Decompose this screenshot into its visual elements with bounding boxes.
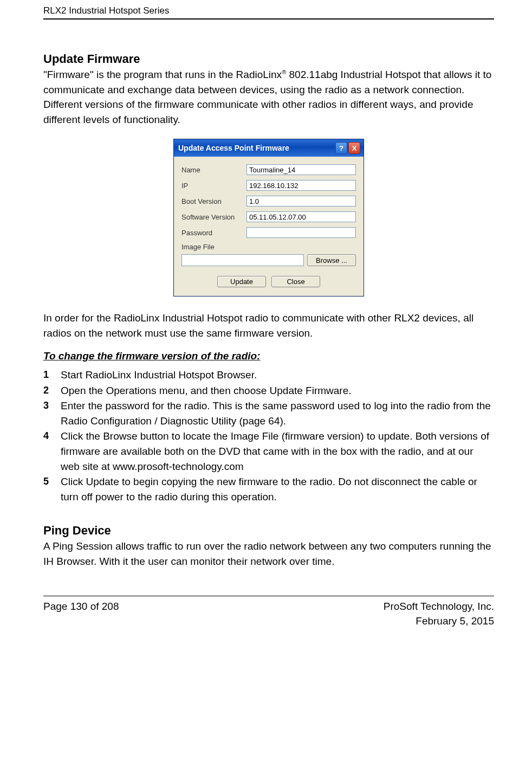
change-firmware-subheading: To change the firmware version of the ra…: [43, 350, 494, 362]
label-software: Software Version: [181, 213, 246, 221]
step-text: Click the Browse button to locate the Im…: [61, 429, 494, 474]
para1-a: "Firmware" is the program that runs in t…: [43, 69, 282, 80]
footer-right: ProSoft Technology, Inc. February 5, 201…: [384, 600, 494, 628]
input-boot[interactable]: [246, 196, 356, 207]
dialog-body: Name IP Boot Version Software Version Pa…: [174, 157, 364, 296]
input-software[interactable]: [246, 211, 356, 222]
close-dialog-button[interactable]: Close: [271, 276, 320, 287]
row-name: Name: [181, 164, 356, 175]
intro-paragraph: "Firmware" is the program that runs in t…: [43, 67, 494, 127]
footer-date: February 5, 2015: [384, 614, 494, 629]
dialog-screenshot: Update Access Point Firmware ? X Name IP…: [43, 139, 494, 297]
step-text: Start RadioLinx Industrial Hotspot Brows…: [61, 368, 494, 383]
step-text: Enter the password for the radio. This i…: [61, 398, 494, 428]
dialog-title: Update Access Point Firmware: [178, 144, 334, 152]
list-item: 5Click Update to begin copying the new f…: [43, 474, 494, 504]
page-footer: Page 130 of 208 ProSoft Technology, Inc.…: [43, 600, 494, 628]
row-ip: IP: [181, 180, 356, 191]
update-firmware-dialog: Update Access Point Firmware ? X Name IP…: [173, 139, 364, 297]
row-imagefile: Browse ...: [181, 254, 356, 266]
ping-paragraph: A Ping Session allows traffic to run ove…: [43, 539, 494, 569]
row-software: Software Version: [181, 211, 356, 222]
row-boot: Boot Version: [181, 196, 356, 207]
help-button[interactable]: ?: [335, 142, 347, 154]
list-item: 2Open the Operations menu, and then choo…: [43, 383, 494, 398]
dialog-button-row: Update Close: [181, 276, 356, 287]
step-number: 2: [43, 383, 61, 398]
section-title-update-firmware: Update Firmware: [43, 52, 494, 66]
label-name: Name: [181, 166, 246, 174]
step-number: 5: [43, 474, 61, 504]
close-button[interactable]: X: [348, 142, 360, 154]
footer-company: ProSoft Technology, Inc.: [384, 600, 494, 614]
label-ip: IP: [181, 182, 246, 190]
step-text: Open the Operations menu, and then choos…: [61, 383, 494, 398]
input-imagefile[interactable]: [181, 254, 304, 266]
section-title-ping-device: Ping Device: [43, 524, 494, 538]
step-number: 1: [43, 368, 61, 383]
update-button[interactable]: Update: [217, 276, 266, 287]
document-page: RLX2 Industrial Hotspot Series Update Fi…: [0, 0, 532, 639]
input-password[interactable]: [246, 227, 356, 238]
label-boot: Boot Version: [181, 197, 246, 205]
list-item: 1Start RadioLinx Industrial Hotspot Brow…: [43, 368, 494, 383]
header-rule: [43, 18, 494, 20]
step-number: 4: [43, 429, 61, 474]
footer-page-number: Page 130 of 208: [43, 600, 384, 628]
label-imagefile: Image File: [181, 243, 356, 251]
requirement-paragraph: In order for the RadioLinx Industrial Ho…: [43, 311, 494, 340]
input-ip[interactable]: [246, 180, 356, 191]
browse-button[interactable]: Browse ...: [307, 254, 356, 266]
label-password: Password: [181, 229, 246, 237]
input-name[interactable]: [246, 164, 356, 175]
footer-rule: [43, 596, 494, 596]
row-password: Password: [181, 227, 356, 238]
step-text: Click Update to begin copying the new fi…: [61, 474, 494, 504]
header-series: RLX2 Industrial Hotspot Series: [43, 5, 494, 16]
list-item: 3Enter the password for the radio. This …: [43, 398, 494, 428]
step-number: 3: [43, 398, 61, 428]
dialog-titlebar: Update Access Point Firmware ? X: [174, 139, 364, 157]
list-item: 4Click the Browse button to locate the I…: [43, 429, 494, 474]
steps-list: 1Start RadioLinx Industrial Hotspot Brow…: [43, 368, 494, 504]
